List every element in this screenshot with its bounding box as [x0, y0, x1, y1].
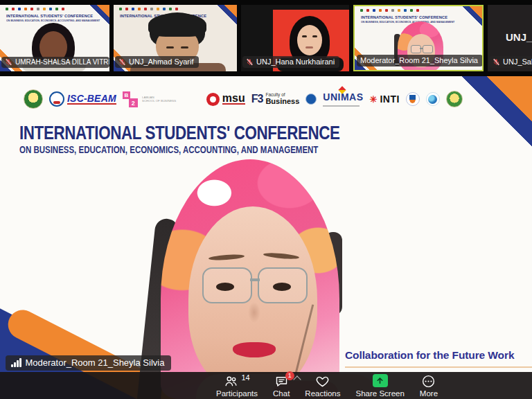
- tagline-underline: [345, 366, 532, 368]
- gallery-strip: INTERNATIONAL STUDENTS' CONFERENCE ON BU…: [0, 0, 532, 76]
- conference-subtitle: ON BUSINESS, EDUCATION, ECONOMICS, ACCOU…: [19, 144, 318, 155]
- share-screen-button[interactable]: Share Screen: [356, 374, 405, 399]
- video-tile-ahmad[interactable]: INTERNATIONAL STUDENTS' CONFERENCE UNJ_A…: [114, 5, 237, 71]
- participant-name: Moderator_Room 21_Sheyla Silvia: [360, 56, 478, 64]
- participant-name-tag: UNJ_Salwa: [489, 56, 532, 68]
- conference-title: INTERNATIONAL STUDENTS' CONFERENCE: [19, 122, 340, 144]
- active-speaker-name: Moderator_Room 21_Sheyla Silvia: [26, 357, 165, 368]
- msu-icon: [206, 93, 220, 106]
- heart-icon: [315, 374, 330, 389]
- inti-logo: ✳ INTI: [370, 94, 400, 105]
- unimas-logo: UNIMAS: [323, 92, 363, 107]
- b2-labuan-logo: B 2 LABUAN SCHOOL OF BUSINESS: [123, 91, 190, 107]
- chat-button[interactable]: 1 Chat: [273, 374, 290, 399]
- muted-mic-icon: [493, 58, 500, 66]
- msu-logo: msu: [206, 93, 245, 106]
- active-speaker-name-tag: Moderator_Room 21_Sheyla Silvia: [6, 355, 171, 371]
- participant-name: UMRAH-SHALSA DILLA VITRIANI: [15, 58, 109, 66]
- participant-name: UNJ_Salwa: [503, 57, 532, 66]
- participants-count: 14: [241, 374, 249, 382]
- muted-mic-icon: [246, 58, 254, 66]
- audio-level-icon: [11, 358, 21, 367]
- sponsor-logo-bar: ISC-BEAM B 2 LABUAN SCHOOL OF BUSINESS m…: [24, 83, 463, 115]
- zoom-meeting-window: INTERNATIONAL STUDENTS' CONFERENCE ON BU…: [0, 0, 532, 399]
- participant-name-tag: UNJ_Ahmad Syarif: [115, 56, 199, 68]
- participant-name: UNJ_Ahmad Syarif: [129, 57, 194, 66]
- glasses: [258, 267, 308, 303]
- slide-tagline: Collaboration for the Future Work: [345, 349, 514, 362]
- isc-beam-icon: [49, 91, 64, 107]
- chat-menu-caret[interactable]: [293, 375, 301, 383]
- participant-name-tag: UMRAH-SHALSA DILLA VITRIANI: [1, 57, 109, 68]
- university-seal-logo-2: [446, 91, 463, 107]
- video-tile-hana[interactable]: UNJ_Hana Nurkhairani: [241, 5, 349, 71]
- muted-mic-icon: [5, 58, 12, 66]
- shield-logo: [406, 92, 420, 106]
- participants-button[interactable]: 14 Participants: [216, 374, 258, 399]
- video-tile-salwa[interactable]: UNJ_Sal UNJ_Salwa: [488, 5, 532, 71]
- headphone-pad: [324, 232, 342, 315]
- isc-beam-logo: ISC-BEAM: [49, 91, 116, 107]
- more-button[interactable]: More: [420, 374, 438, 399]
- faculty-of-business-logo: F3 Faculty of Business: [251, 93, 300, 105]
- more-icon: [421, 374, 436, 389]
- reactions-button[interactable]: Reactions: [305, 374, 340, 399]
- participant-name-tag: Moderator_Room 21_Sheyla Silvia: [357, 55, 483, 66]
- participant-name-tag: UNJ_Hana Nurkhairani: [242, 56, 339, 68]
- main-speaker-view[interactable]: ISC-BEAM B 2 LABUAN SCHOOL OF BUSINESS m…: [0, 76, 532, 399]
- participant-name: UNJ_Hana Nurkhairani: [256, 57, 335, 66]
- ums-logo: [305, 94, 317, 105]
- university-seal-logo: [24, 89, 43, 109]
- inti-star-icon: ✳: [370, 95, 378, 104]
- participants-icon: [224, 374, 238, 389]
- share-screen-icon: [373, 374, 388, 387]
- video-tile-umrah[interactable]: INTERNATIONAL STUDENTS' CONFERENCE ON BU…: [0, 5, 109, 71]
- camera-off-name: UNJ_Sal: [506, 31, 532, 43]
- meeting-toolbar: 14 Participants 1 Chat: [0, 372, 532, 399]
- corner-accent: [73, 5, 109, 31]
- corner-accent: [446, 6, 482, 33]
- b2-icon: B 2: [123, 91, 139, 107]
- video-tile-moderator[interactable]: INTERNATIONAL STUDENTS' CONFERENCE ON BU…: [353, 5, 484, 71]
- muted-mic-icon: [118, 58, 126, 66]
- globe-logo: [426, 92, 440, 106]
